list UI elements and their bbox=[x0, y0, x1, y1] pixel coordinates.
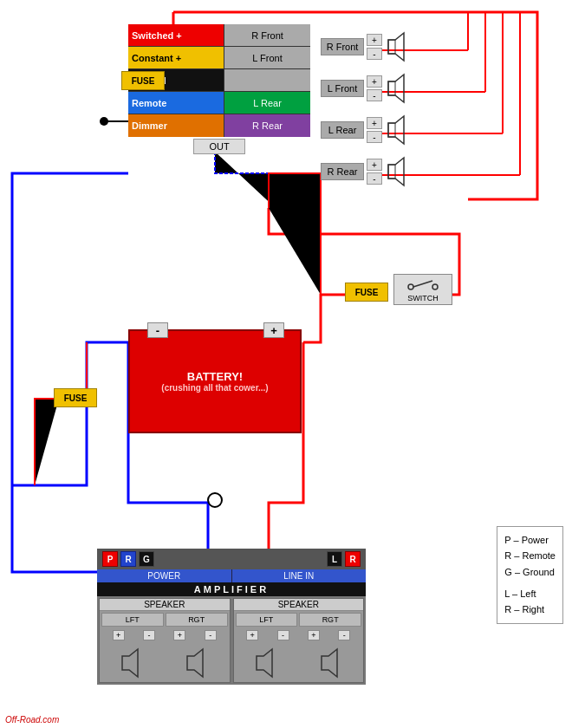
amp-spk2-icon-right bbox=[320, 646, 342, 680]
spk-lrear-label: L Rear bbox=[321, 121, 364, 139]
hu-row-remote: Remote L Rear bbox=[128, 92, 310, 114]
watermark: Off-Road.com bbox=[5, 715, 59, 725]
amp-linein-terminals: L R bbox=[233, 551, 361, 567]
speaker-lfront: L Front + - bbox=[321, 73, 409, 104]
legend-line-2: G – Ground bbox=[504, 564, 556, 581]
amp-power-label: POWER bbox=[97, 569, 231, 582]
svg-point-10 bbox=[208, 493, 222, 507]
spk-lfront-plus[interactable]: + bbox=[367, 75, 382, 88]
svg-rect-14 bbox=[388, 81, 395, 95]
amp-spk2-rgt-minus[interactable]: - bbox=[338, 630, 350, 640]
hu-rrear-label: R Rear bbox=[224, 114, 310, 137]
switch-label: SWITCH bbox=[406, 294, 440, 302]
spk-rfront-pm: + - bbox=[367, 34, 382, 60]
legend-line-4: L – Left bbox=[504, 586, 556, 602]
fuse-mid: FUSE bbox=[345, 283, 388, 302]
amp-spk1-icon-left bbox=[120, 646, 143, 680]
switch-symbol bbox=[406, 276, 440, 292]
amp-spk1-lft-plus[interactable]: + bbox=[113, 630, 125, 640]
amp-terminal-l: L bbox=[327, 551, 342, 567]
amp-terminal-g: G bbox=[139, 551, 154, 567]
hu-out-label: OUT bbox=[193, 139, 245, 154]
amp-spk1-icon-right bbox=[185, 646, 208, 680]
hu-rfront-label: R Front bbox=[224, 24, 310, 46]
hu-dimmer-label: Dimmer bbox=[128, 114, 224, 137]
svg-line-21 bbox=[413, 281, 432, 287]
hu-ground-right bbox=[224, 69, 310, 91]
svg-rect-18 bbox=[388, 165, 395, 179]
amp-spk2-lft-minus[interactable]: - bbox=[277, 630, 289, 640]
speaker-lrear-icon bbox=[385, 114, 409, 146]
amp-spk1-channels: LFT RGT bbox=[100, 611, 230, 628]
hu-row-dimmer: Dimmer R Rear bbox=[128, 114, 310, 137]
svg-marker-25 bbox=[322, 649, 337, 677]
amp-spk-section-2: SPEAKER LFT RGT + - + - bbox=[233, 598, 365, 683]
hu-constant-label: Constant + bbox=[128, 47, 224, 68]
amp-spk1-title: SPEAKER bbox=[100, 599, 230, 611]
amp-spk2-rgt-plus[interactable]: + bbox=[308, 630, 320, 640]
svg-point-20 bbox=[432, 284, 438, 289]
spk-rrear-minus[interactable]: - bbox=[367, 172, 382, 185]
amp-spk1-icons bbox=[100, 642, 230, 682]
svg-marker-23 bbox=[187, 649, 203, 677]
speaker-lfront-icon bbox=[385, 73, 409, 104]
battery-sublabel: (crushing all that cower...) bbox=[161, 383, 268, 393]
hu-switched-label: Switched + bbox=[128, 24, 224, 46]
hu-row-constant: Constant + L Front bbox=[128, 47, 310, 69]
spk-rfront-label: R Front bbox=[321, 38, 364, 55]
svg-marker-13 bbox=[388, 75, 404, 102]
amplifier: P R G L R POWER LINE IN AMPLIFIER SPEAKE… bbox=[97, 549, 366, 685]
svg-marker-17 bbox=[388, 158, 404, 185]
amp-spk1-ch1: LFT bbox=[101, 613, 164, 627]
amp-spk2-title: SPEAKER bbox=[234, 599, 364, 611]
amp-terminal-lr: R bbox=[345, 551, 361, 567]
svg-rect-16 bbox=[388, 123, 395, 137]
amp-terminal-p: P bbox=[102, 551, 118, 567]
amp-spk2-icons bbox=[234, 642, 364, 682]
speaker-rfront-icon bbox=[385, 31, 409, 62]
amp-spk2-icon-left bbox=[255, 646, 277, 680]
amp-spk1-lft-minus[interactable]: - bbox=[143, 630, 155, 640]
switch-box: SWITCH bbox=[393, 274, 452, 305]
speaker-rfront: R Front + - bbox=[321, 31, 409, 62]
svg-marker-15 bbox=[388, 116, 404, 144]
svg-rect-12 bbox=[388, 40, 395, 54]
spk-rrear-label: R Rear bbox=[321, 163, 364, 180]
amp-spk2-ch1: LFT bbox=[236, 613, 298, 627]
amp-spk1-pm: + - + - bbox=[100, 628, 230, 642]
spk-rrear-plus[interactable]: + bbox=[367, 159, 382, 171]
battery-label: BATTERY! bbox=[187, 370, 243, 383]
fuse-top: FUSE bbox=[121, 71, 165, 90]
hu-remote-label: Remote bbox=[128, 92, 224, 114]
amp-linein-label: LINE IN bbox=[231, 569, 367, 582]
spk-lrear-pm: + - bbox=[367, 117, 382, 143]
spk-rfront-plus[interactable]: + bbox=[367, 34, 382, 46]
hu-row-switched: Switched + R Front bbox=[128, 24, 310, 47]
amp-spk1-rgt-minus[interactable]: - bbox=[205, 630, 217, 640]
amp-speaker-sections: SPEAKER LFT RGT + - + - bbox=[97, 596, 366, 685]
spk-lfront-minus[interactable]: - bbox=[367, 89, 382, 101]
amp-labels-row: POWER LINE IN bbox=[97, 569, 366, 582]
svg-marker-22 bbox=[122, 649, 138, 677]
fuse-left: FUSE bbox=[54, 388, 97, 407]
speaker-rrear-icon bbox=[385, 156, 409, 187]
spk-lrear-minus[interactable]: - bbox=[367, 131, 382, 143]
spk-rfront-minus[interactable]: - bbox=[367, 48, 382, 60]
battery-terminal-neg: - bbox=[147, 322, 168, 338]
spk-lfront-label: L Front bbox=[321, 80, 364, 97]
hu-lrear-label: L Rear bbox=[224, 92, 310, 114]
speaker-rrear: R Rear + - bbox=[321, 156, 409, 187]
legend-line-5: R – Right bbox=[504, 601, 556, 618]
fuse-mid-label: FUSE bbox=[355, 288, 379, 297]
legend-line-0: P – Power bbox=[504, 532, 556, 549]
amp-spk1-rgt-plus[interactable]: + bbox=[173, 630, 185, 640]
svg-point-19 bbox=[408, 284, 413, 289]
amp-spk-section-1: SPEAKER LFT RGT + - + - bbox=[99, 598, 231, 683]
spk-lrear-plus[interactable]: + bbox=[367, 117, 382, 129]
amp-terminal-r: R bbox=[120, 551, 136, 567]
amp-spk2-lft-plus[interactable]: + bbox=[246, 630, 258, 640]
amp-terminals-row: P R G L R bbox=[97, 549, 366, 569]
battery: BATTERY! (crushing all that cower...) - … bbox=[128, 329, 302, 433]
svg-marker-11 bbox=[388, 33, 404, 61]
amp-title: AMPLIFIER bbox=[97, 582, 366, 596]
